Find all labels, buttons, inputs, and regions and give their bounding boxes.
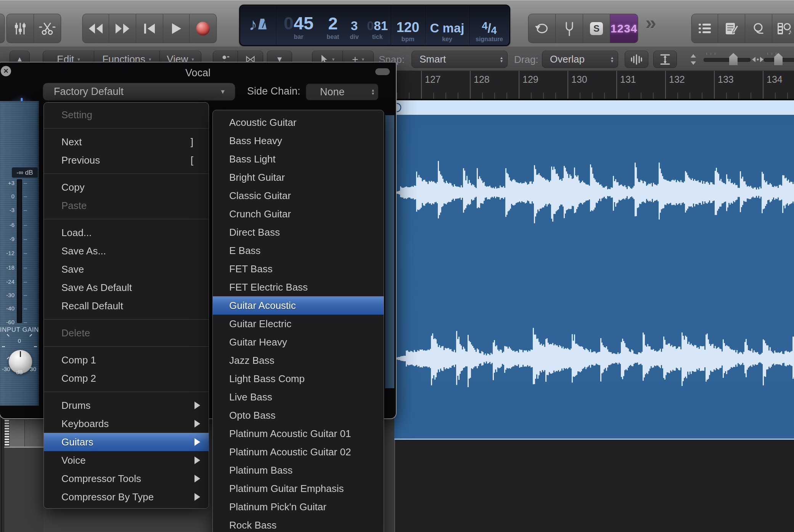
menu-item-previous[interactable]: Previous[ <box>44 151 209 169</box>
ruler-sub-tick <box>677 93 678 99</box>
go-to-beginning-button[interactable] <box>136 14 163 43</box>
cycle-button[interactable] <box>528 14 556 43</box>
menu-item-save[interactable]: Save <box>44 260 209 278</box>
submenu-item-platinum-pick-n-guitar[interactable]: Platinum Pick'n Guitar <box>213 498 384 516</box>
submenu-item-guitar-heavy[interactable]: Guitar Heavy <box>213 333 384 351</box>
submenu-item-live-bass[interactable]: Live Bass <box>213 388 384 406</box>
vertical-zoom-slider[interactable] <box>704 58 751 62</box>
meter-scale-label: -6 <box>0 222 14 228</box>
submenu-item-platinum-guitar-emphasis[interactable]: Platinum Guitar Emphasis <box>213 479 384 498</box>
menu-item-compressor-by-type[interactable]: Compressor By Type <box>44 488 209 506</box>
menu-item-next[interactable]: Next] <box>44 133 209 151</box>
lcd-mode-cell[interactable]: ♪ <box>240 6 276 45</box>
window-mode-pill[interactable] <box>375 68 390 75</box>
menu-item-guitars[interactable]: Guitars <box>44 433 209 451</box>
lcd-tempo-cell[interactable]: 120 bpm <box>391 6 425 45</box>
submenu-item-platinum-acoustic-guitar-01[interactable]: Platinum Acoustic Guitar 01 <box>213 424 384 443</box>
drag-stepper-icon: ▴▾ <box>611 56 613 63</box>
submenu-item-e-bass[interactable]: E Bass <box>213 241 384 260</box>
submenu-item-fet-electric-bass[interactable]: FET Electric Bass <box>213 278 384 296</box>
count-in-button[interactable]: 1234 <box>610 14 638 43</box>
lcd-display[interactable]: ♪ 045 bar 2 beat <box>239 5 510 46</box>
mixer-button[interactable] <box>6 14 34 43</box>
menu-item-label: Keyboards <box>61 418 109 429</box>
submenu-item-crunch-guitar[interactable]: Crunch Guitar <box>213 205 384 223</box>
audio-region[interactable] <box>394 115 794 439</box>
menu-divider <box>44 174 209 174</box>
menu-item-load[interactable]: Load... <box>44 223 209 242</box>
toolbar-overflow-chevron[interactable]: » <box>645 11 656 34</box>
menu-item-comp-1[interactable]: Comp 1 <box>44 351 209 369</box>
waveform-zoom-button[interactable] <box>625 51 648 68</box>
meter-scale-label: -30 <box>0 292 14 298</box>
event-list-button[interactable] <box>691 14 718 43</box>
menu-item-compressor-tools[interactable]: Compressor Tools <box>44 469 209 488</box>
meter-scale-tick <box>24 295 27 296</box>
lcd-position-cell[interactable]: 045 bar 2 beat 3 div 081 tick <box>276 6 391 45</box>
submenu-item-acoustic-guitar[interactable]: Acoustic Guitar <box>213 113 384 132</box>
solo-button[interactable]: S <box>583 14 610 43</box>
menu-item-copy[interactable]: Copy <box>44 178 209 196</box>
play-button[interactable] <box>163 14 190 43</box>
logic-pro-screen: ♪ 045 bar 2 beat <box>0 0 794 532</box>
bar-ruler[interactable]: 127128129130131132133134 <box>394 71 794 99</box>
submenu-item-label: Platinum Acoustic Guitar 02 <box>229 446 351 458</box>
submenu-item-classic-guitar[interactable]: Classic Guitar <box>213 186 384 205</box>
piano-keys-strip[interactable] <box>4 419 10 448</box>
partial-button[interactable] <box>0 14 5 43</box>
forward-button[interactable] <box>109 14 136 43</box>
submenu-item-guitar-electric[interactable]: Guitar Electric <box>213 315 384 333</box>
meter-scale-label: -12 <box>0 250 14 256</box>
menu-item-comp-2[interactable]: Comp 2 <box>44 369 209 387</box>
submenu-item-bass-light[interactable]: Bass Light <box>213 150 384 168</box>
meter-scale-tick <box>24 322 27 323</box>
track-header-cell-2[interactable] <box>24 419 44 447</box>
submenu-item-jazz-bass[interactable]: Jazz Bass <box>213 351 384 370</box>
snap-dropdown[interactable]: Smart ▴▾ <box>411 51 508 68</box>
loops-browser-button[interactable] <box>745 14 772 43</box>
tuner-button[interactable] <box>556 14 583 43</box>
menu-item-recall-default[interactable]: Recall Default <box>44 297 209 315</box>
ruler-sub-tick <box>543 93 544 99</box>
ruler-bar-line <box>616 71 617 99</box>
record-button[interactable] <box>190 14 217 43</box>
audio-region-header[interactable] <box>394 100 794 115</box>
menu-item-save-as[interactable]: Save As... <box>44 242 209 260</box>
vertical-zoom-slider-thumb[interactable] <box>729 53 738 65</box>
menu-item-label: Copy <box>61 182 85 193</box>
preset-dropdown[interactable]: Factory Default ▼ <box>43 83 235 101</box>
media-browser-button[interactable]: ♪ <box>772 14 794 43</box>
menu-item-save-as-default[interactable]: Save As Default <box>44 278 209 297</box>
submenu-item-platinum-acoustic-guitar-02[interactable]: Platinum Acoustic Guitar 02 <box>213 443 384 461</box>
submenu-item-bright-guitar[interactable]: Bright Guitar <box>213 168 384 186</box>
horizontal-zoom-arrows-icon <box>751 56 764 63</box>
menu-item-drums[interactable]: Drums <box>44 396 209 415</box>
side-chain-dropdown[interactable]: None ▴▾ <box>306 84 378 100</box>
rewind-button[interactable] <box>82 14 109 43</box>
submenu-item-guitar-acoustic[interactable]: Guitar Acoustic <box>213 296 384 315</box>
split-tool-button[interactable] <box>34 14 61 43</box>
submenu-item-fet-bass[interactable]: FET Bass <box>213 260 384 278</box>
empty-track-lane[interactable] <box>394 440 794 532</box>
track-header-cell-1[interactable] <box>9 419 25 447</box>
lcd-signature-cell[interactable]: 4/4 signature <box>469 6 509 45</box>
submenu-item-light-bass-comp[interactable]: Light Bass Comp <box>213 370 384 388</box>
submenu-item-rock-bass[interactable]: Rock Bass <box>213 516 384 532</box>
submenu-item-bass-heavy[interactable]: Bass Heavy <box>213 132 384 150</box>
notepad-button[interactable] <box>718 14 745 43</box>
submenu-item-direct-bass[interactable]: Direct Bass <box>213 223 384 241</box>
play-icon <box>170 23 182 35</box>
mode-button-group: S 1234 <box>528 14 638 42</box>
lcd-key-cell[interactable]: C maj key <box>425 6 469 45</box>
ruler-bar-number: 133 <box>718 74 734 85</box>
vertical-auto-zoom-button[interactable] <box>653 51 677 68</box>
menu-item-label: Setting <box>61 109 92 121</box>
menu-item-voice[interactable]: Voice <box>44 451 209 469</box>
menu-item-label: Comp 2 <box>61 373 96 384</box>
horizontal-zoom-slider[interactable] <box>764 58 794 62</box>
drag-dropdown[interactable]: Overlap ▴▾ <box>542 51 618 68</box>
menu-item-keyboards[interactable]: Keyboards <box>44 415 209 433</box>
submenu-item-opto-bass[interactable]: Opto Bass <box>213 406 384 424</box>
submenu-item-platinum-bass[interactable]: Platinum Bass <box>213 461 384 479</box>
media-icon: ♪ <box>776 21 793 36</box>
